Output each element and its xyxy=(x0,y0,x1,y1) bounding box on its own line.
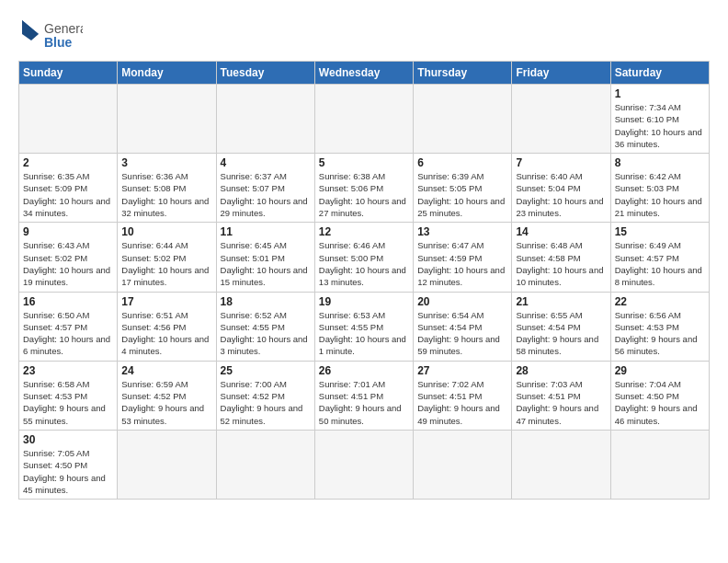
day-info: Sunrise: 7:03 AM Sunset: 4:51 PM Dayligh… xyxy=(516,378,606,427)
calendar-cell: 8Sunrise: 6:42 AM Sunset: 5:03 PM Daylig… xyxy=(610,154,709,223)
calendar-cell: 22Sunrise: 6:56 AM Sunset: 4:53 PM Dayli… xyxy=(610,292,709,361)
day-number: 3 xyxy=(121,156,211,169)
calendar-cell: 7Sunrise: 6:40 AM Sunset: 5:04 PM Daylig… xyxy=(512,154,610,223)
day-info: Sunrise: 6:47 AM Sunset: 4:59 PM Dayligh… xyxy=(417,239,507,288)
calendar-header-row: SundayMondayTuesdayWednesdayThursdayFrid… xyxy=(19,62,710,85)
calendar-cell: 1Sunrise: 7:34 AM Sunset: 6:10 PM Daylig… xyxy=(610,85,709,154)
calendar-week-row: 9Sunrise: 6:43 AM Sunset: 5:02 PM Daylig… xyxy=(19,223,710,292)
day-info: Sunrise: 6:56 AM Sunset: 4:53 PM Dayligh… xyxy=(615,309,705,358)
day-info: Sunrise: 6:45 AM Sunset: 5:01 PM Dayligh… xyxy=(221,239,311,288)
day-info: Sunrise: 6:48 AM Sunset: 4:58 PM Dayligh… xyxy=(516,239,606,288)
calendar-week-row: 16Sunrise: 6:50 AM Sunset: 4:57 PM Dayli… xyxy=(19,292,710,361)
calendar-week-row: 1Sunrise: 7:34 AM Sunset: 6:10 PM Daylig… xyxy=(19,85,710,154)
calendar-week-row: 23Sunrise: 6:58 AM Sunset: 4:53 PM Dayli… xyxy=(19,361,710,430)
calendar-cell xyxy=(512,85,610,154)
day-number: 25 xyxy=(221,364,311,377)
day-info: Sunrise: 6:51 AM Sunset: 4:56 PM Dayligh… xyxy=(121,309,211,358)
day-info: Sunrise: 7:00 AM Sunset: 4:52 PM Dayligh… xyxy=(221,378,311,427)
day-number: 29 xyxy=(615,364,705,377)
calendar-cell: 16Sunrise: 6:50 AM Sunset: 4:57 PM Dayli… xyxy=(19,292,118,361)
svg-text:Blue: Blue xyxy=(44,35,73,50)
day-number: 21 xyxy=(516,295,606,308)
calendar-cell: 12Sunrise: 6:46 AM Sunset: 5:00 PM Dayli… xyxy=(314,223,413,292)
calendar-cell xyxy=(19,85,118,154)
calendar-header-friday: Friday xyxy=(512,62,610,85)
day-info: Sunrise: 6:55 AM Sunset: 4:54 PM Dayligh… xyxy=(516,309,606,358)
day-info: Sunrise: 6:50 AM Sunset: 4:57 PM Dayligh… xyxy=(23,309,113,358)
day-info: Sunrise: 7:02 AM Sunset: 4:51 PM Dayligh… xyxy=(417,378,507,427)
calendar-header-monday: Monday xyxy=(118,62,216,85)
calendar-header-wednesday: Wednesday xyxy=(314,62,413,85)
header: GeneralBlue xyxy=(18,17,710,52)
calendar-cell: 3Sunrise: 6:36 AM Sunset: 5:08 PM Daylig… xyxy=(118,154,216,223)
day-info: Sunrise: 7:01 AM Sunset: 4:51 PM Dayligh… xyxy=(319,378,409,427)
calendar-cell xyxy=(118,430,216,499)
day-number: 12 xyxy=(319,225,409,238)
calendar-cell xyxy=(314,430,413,499)
calendar-cell: 20Sunrise: 6:54 AM Sunset: 4:54 PM Dayli… xyxy=(414,292,512,361)
day-number: 27 xyxy=(417,364,507,377)
day-info: Sunrise: 6:40 AM Sunset: 5:04 PM Dayligh… xyxy=(516,170,606,219)
calendar-cell xyxy=(314,85,413,154)
day-number: 9 xyxy=(23,225,113,238)
day-number: 24 xyxy=(121,364,211,377)
calendar-cell: 28Sunrise: 7:03 AM Sunset: 4:51 PM Dayli… xyxy=(512,361,610,430)
day-number: 8 xyxy=(615,156,705,169)
day-info: Sunrise: 6:58 AM Sunset: 4:53 PM Dayligh… xyxy=(23,378,113,427)
day-number: 19 xyxy=(319,295,409,308)
day-info: Sunrise: 6:49 AM Sunset: 4:57 PM Dayligh… xyxy=(615,239,705,288)
calendar-week-row: 30Sunrise: 7:05 AM Sunset: 4:50 PM Dayli… xyxy=(19,430,710,499)
calendar-cell: 23Sunrise: 6:58 AM Sunset: 4:53 PM Dayli… xyxy=(19,361,118,430)
calendar-header-tuesday: Tuesday xyxy=(216,62,314,85)
day-number: 20 xyxy=(417,295,507,308)
calendar-cell: 24Sunrise: 6:59 AM Sunset: 4:52 PM Dayli… xyxy=(118,361,216,430)
day-number: 17 xyxy=(121,295,211,308)
calendar-cell: 19Sunrise: 6:53 AM Sunset: 4:55 PM Dayli… xyxy=(314,292,413,361)
calendar-cell: 4Sunrise: 6:37 AM Sunset: 5:07 PM Daylig… xyxy=(216,154,314,223)
calendar-header-sunday: Sunday xyxy=(19,62,118,85)
day-info: Sunrise: 6:59 AM Sunset: 4:52 PM Dayligh… xyxy=(121,378,211,427)
calendar-cell: 29Sunrise: 7:04 AM Sunset: 4:50 PM Dayli… xyxy=(610,361,709,430)
day-number: 28 xyxy=(516,364,606,377)
calendar-cell: 2Sunrise: 6:35 AM Sunset: 5:09 PM Daylig… xyxy=(19,154,118,223)
calendar: SundayMondayTuesdayWednesdayThursdayFrid… xyxy=(18,61,710,500)
day-info: Sunrise: 6:53 AM Sunset: 4:55 PM Dayligh… xyxy=(319,309,409,358)
day-info: Sunrise: 7:34 AM Sunset: 6:10 PM Dayligh… xyxy=(615,101,705,150)
day-number: 15 xyxy=(615,225,705,238)
calendar-cell: 18Sunrise: 6:52 AM Sunset: 4:55 PM Dayli… xyxy=(216,292,314,361)
day-info: Sunrise: 6:37 AM Sunset: 5:07 PM Dayligh… xyxy=(221,170,311,219)
day-info: Sunrise: 7:05 AM Sunset: 4:50 PM Dayligh… xyxy=(23,447,113,496)
day-info: Sunrise: 7:04 AM Sunset: 4:50 PM Dayligh… xyxy=(615,378,705,427)
calendar-cell: 10Sunrise: 6:44 AM Sunset: 5:02 PM Dayli… xyxy=(118,223,216,292)
calendar-cell: 27Sunrise: 7:02 AM Sunset: 4:51 PM Dayli… xyxy=(414,361,512,430)
day-info: Sunrise: 6:35 AM Sunset: 5:09 PM Dayligh… xyxy=(23,170,113,219)
calendar-cell: 26Sunrise: 7:01 AM Sunset: 4:51 PM Dayli… xyxy=(314,361,413,430)
day-number: 11 xyxy=(221,225,311,238)
day-info: Sunrise: 6:46 AM Sunset: 5:00 PM Dayligh… xyxy=(319,239,409,288)
calendar-cell: 9Sunrise: 6:43 AM Sunset: 5:02 PM Daylig… xyxy=(19,223,118,292)
calendar-cell xyxy=(216,430,314,499)
day-number: 22 xyxy=(615,295,705,308)
calendar-cell xyxy=(216,85,314,154)
day-number: 18 xyxy=(221,295,311,308)
calendar-cell: 11Sunrise: 6:45 AM Sunset: 5:01 PM Dayli… xyxy=(216,223,314,292)
day-number: 7 xyxy=(516,156,606,169)
page: GeneralBlue SundayMondayTuesdayWednesday… xyxy=(0,0,728,563)
day-number: 13 xyxy=(417,225,507,238)
svg-marker-1 xyxy=(22,20,39,40)
day-number: 10 xyxy=(121,225,211,238)
day-number: 30 xyxy=(23,433,113,446)
day-number: 23 xyxy=(23,364,113,377)
calendar-cell: 21Sunrise: 6:55 AM Sunset: 4:54 PM Dayli… xyxy=(512,292,610,361)
calendar-cell xyxy=(118,85,216,154)
day-info: Sunrise: 6:36 AM Sunset: 5:08 PM Dayligh… xyxy=(121,170,211,219)
calendar-cell: 5Sunrise: 6:38 AM Sunset: 5:06 PM Daylig… xyxy=(314,154,413,223)
day-info: Sunrise: 6:43 AM Sunset: 5:02 PM Dayligh… xyxy=(23,239,113,288)
day-number: 6 xyxy=(417,156,507,169)
calendar-cell xyxy=(414,430,512,499)
svg-text:General: General xyxy=(44,21,83,36)
calendar-cell xyxy=(512,430,610,499)
logo-svg: GeneralBlue xyxy=(18,17,83,52)
day-number: 1 xyxy=(615,87,705,100)
logo: GeneralBlue xyxy=(18,17,83,52)
